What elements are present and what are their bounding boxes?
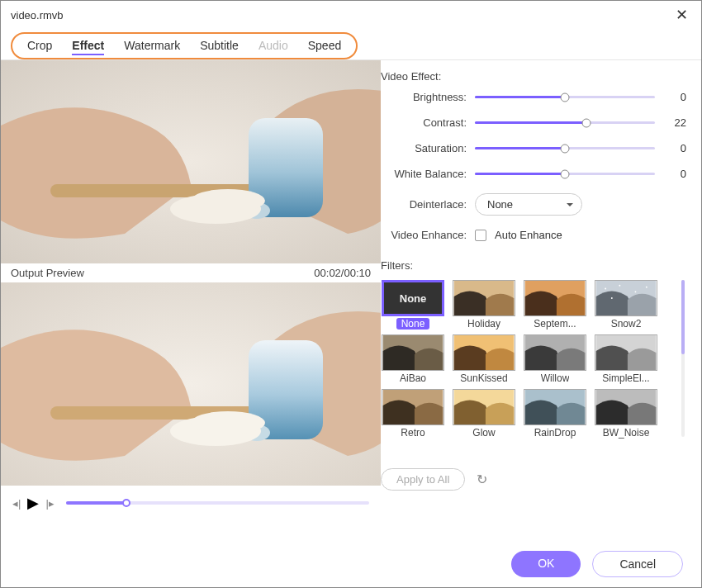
output-preview bbox=[1, 282, 381, 486]
deinterlace-value: None bbox=[487, 198, 513, 211]
contrast-value: 22 bbox=[663, 116, 686, 129]
auto-enhance-checkbox[interactable] bbox=[475, 230, 486, 241]
seek-thumb[interactable] bbox=[122, 499, 130, 507]
effects-panel: Video Effect: Brightness: 0 Contrast: 22… bbox=[381, 60, 701, 548]
filter-thumb[interactable] bbox=[382, 389, 444, 425]
tab-subtitle[interactable]: Subtitle bbox=[200, 37, 239, 55]
filter-glow[interactable]: Glow bbox=[452, 389, 516, 439]
saturation-slider[interactable] bbox=[475, 147, 655, 149]
tab-crop[interactable]: Crop bbox=[27, 37, 52, 55]
filter-thumb[interactable] bbox=[453, 280, 515, 316]
white-balance-slider[interactable] bbox=[475, 173, 655, 175]
filter-label: SunKissed bbox=[460, 372, 507, 384]
contrast-slider[interactable] bbox=[475, 121, 655, 124]
slider-thumb[interactable] bbox=[582, 118, 591, 127]
filter-label: RainDrop bbox=[534, 427, 576, 439]
filter-label: BW_Noise bbox=[603, 427, 650, 439]
deinterlace-select[interactable]: None bbox=[475, 193, 582, 216]
svg-point-15 bbox=[605, 288, 606, 290]
filter-thumb[interactable] bbox=[524, 389, 586, 425]
tab-effect[interactable]: Effect bbox=[72, 37, 104, 55]
next-frame-icon[interactable]: |▸ bbox=[45, 497, 54, 510]
slider-thumb[interactable] bbox=[561, 144, 570, 153]
filter-label: None bbox=[396, 318, 430, 330]
video-enhance-label: Video Enhance: bbox=[381, 229, 467, 241]
source-preview bbox=[1, 60, 381, 263]
filter-aibao[interactable]: AiBao bbox=[381, 334, 445, 384]
titlebar: video.rmvb ✕ bbox=[1, 1, 701, 29]
close-icon[interactable]: ✕ bbox=[672, 6, 691, 24]
tab-bar: Crop Effect Watermark Subtitle Audio Spe… bbox=[11, 32, 358, 59]
saturation-label: Saturation: bbox=[381, 142, 467, 154]
svg-point-17 bbox=[635, 291, 637, 292]
slider-thumb[interactable] bbox=[561, 92, 570, 102]
filter-label: Willow bbox=[541, 372, 570, 384]
white-balance-label: White Balance: bbox=[381, 168, 467, 180]
filters-container: NoneNoneHolidaySeptem...Snow2AiBaoSunKis… bbox=[381, 280, 686, 460]
filter-thumb[interactable] bbox=[524, 280, 586, 316]
contrast-label: Contrast: bbox=[381, 116, 467, 129]
tabs-container: Crop Effect Watermark Subtitle Audio Spe… bbox=[1, 29, 701, 60]
filter-none-text: None bbox=[400, 292, 427, 305]
filter-thumb[interactable] bbox=[595, 334, 657, 371]
brightness-label: Brightness: bbox=[381, 91, 467, 103]
filter-thumb[interactable] bbox=[524, 334, 586, 371]
preview-panel: Output Preview 00:02/00:10 bbox=[1, 60, 381, 548]
filter-snow2[interactable]: Snow2 bbox=[594, 280, 658, 330]
filter-simpleel[interactable]: SimpleEl... bbox=[594, 334, 658, 384]
preview-info-row: Output Preview 00:02/00:10 bbox=[1, 263, 381, 282]
play-icon[interactable]: ▶ bbox=[27, 494, 39, 512]
output-preview-label: Output Preview bbox=[11, 267, 84, 279]
footer-buttons: OK Cancel bbox=[511, 551, 683, 577]
timecode: 00:02/00:10 bbox=[314, 267, 371, 279]
filter-label: Septem... bbox=[534, 318, 576, 330]
filter-thumb[interactable]: None bbox=[382, 280, 444, 316]
filter-thumb[interactable] bbox=[595, 280, 657, 316]
filter-label: Glow bbox=[472, 427, 495, 439]
filter-retro[interactable]: Retro bbox=[381, 389, 445, 439]
reset-icon[interactable]: ↻ bbox=[477, 472, 487, 487]
seek-slider[interactable] bbox=[66, 501, 369, 505]
slider-thumb[interactable] bbox=[561, 169, 570, 178]
deinterlace-label: Deinterlace: bbox=[381, 198, 467, 211]
playback-controls: ◂| ▶ |▸ bbox=[1, 486, 381, 520]
filter-label: SimpleEl... bbox=[602, 372, 649, 384]
svg-point-19 bbox=[611, 297, 613, 299]
filter-willow[interactable]: Willow bbox=[523, 334, 587, 384]
window-title: video.rmvb bbox=[11, 9, 64, 21]
filter-thumb[interactable] bbox=[453, 334, 515, 371]
video-effect-dialog: video.rmvb ✕ Crop Effect Watermark Subti… bbox=[0, 0, 702, 588]
filter-none[interactable]: NoneNone bbox=[381, 280, 445, 330]
cancel-button[interactable]: Cancel bbox=[592, 551, 683, 577]
filters-label: Filters: bbox=[381, 259, 686, 272]
saturation-value: 0 bbox=[663, 142, 686, 154]
filter-label: Retro bbox=[401, 427, 425, 439]
brightness-slider[interactable] bbox=[475, 96, 655, 98]
white-balance-value: 0 bbox=[663, 168, 686, 180]
auto-enhance-text: Auto Enhance bbox=[495, 229, 562, 241]
filter-thumb[interactable] bbox=[595, 389, 657, 425]
svg-point-11 bbox=[191, 411, 265, 434]
apply-to-all-button[interactable]: Apply to All bbox=[381, 468, 465, 491]
tab-audio: Audio bbox=[259, 37, 288, 55]
tab-speed[interactable]: Speed bbox=[308, 37, 341, 55]
filter-sunkissed[interactable]: SunKissed bbox=[452, 334, 516, 384]
svg-point-18 bbox=[646, 287, 647, 288]
filter-holiday[interactable]: Holiday bbox=[452, 280, 516, 330]
svg-point-5 bbox=[191, 189, 265, 212]
svg-point-16 bbox=[619, 285, 620, 287]
filter-thumb[interactable] bbox=[453, 389, 515, 425]
filter-label: Snow2 bbox=[611, 318, 642, 330]
filters-scrollbar[interactable] bbox=[681, 280, 685, 437]
filter-thumb[interactable] bbox=[382, 334, 444, 371]
filter-raindrop[interactable]: RainDrop bbox=[523, 389, 587, 439]
ok-button[interactable]: OK bbox=[511, 551, 581, 577]
filter-bwnoise[interactable]: BW_Noise bbox=[594, 389, 658, 439]
filter-label: AiBao bbox=[400, 372, 426, 384]
prev-frame-icon[interactable]: ◂| bbox=[12, 497, 21, 510]
tab-watermark[interactable]: Watermark bbox=[124, 37, 180, 55]
filter-septem[interactable]: Septem... bbox=[523, 280, 587, 330]
video-effect-label: Video Effect: bbox=[381, 70, 686, 83]
filter-label: Holiday bbox=[467, 318, 500, 330]
brightness-value: 0 bbox=[663, 91, 686, 103]
